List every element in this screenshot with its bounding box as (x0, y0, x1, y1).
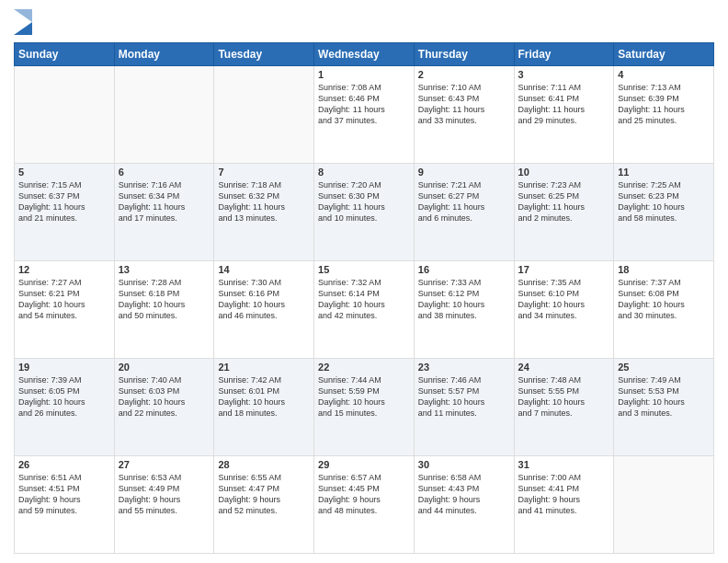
svg-marker-0 (14, 22, 32, 35)
day-number: 26 (18, 459, 110, 470)
day-number: 6 (119, 167, 210, 178)
day-cell: 7Sunrise: 7:18 AM Sunset: 6:32 PM Daylig… (214, 164, 314, 261)
day-number: 15 (318, 264, 410, 275)
day-number: 16 (418, 264, 510, 275)
day-info: Sunrise: 7:39 AM Sunset: 6:05 PM Dayligh… (18, 374, 110, 419)
day-cell: 24Sunrise: 7:48 AM Sunset: 5:55 PM Dayli… (514, 359, 614, 456)
day-number: 20 (119, 362, 210, 373)
day-number: 29 (318, 459, 410, 470)
day-cell: 11Sunrise: 7:25 AM Sunset: 6:23 PM Dayli… (614, 164, 714, 261)
calendar-table: SundayMondayTuesdayWednesdayThursdayFrid… (14, 42, 714, 554)
day-cell: 16Sunrise: 7:33 AM Sunset: 6:12 PM Dayli… (414, 261, 514, 359)
day-info: Sunrise: 7:46 AM Sunset: 5:57 PM Dayligh… (418, 374, 510, 419)
day-info: Sunrise: 7:44 AM Sunset: 5:59 PM Dayligh… (318, 374, 410, 419)
day-number: 23 (418, 362, 510, 373)
day-cell: 25Sunrise: 7:49 AM Sunset: 5:53 PM Dayli… (614, 359, 714, 456)
day-info: Sunrise: 7:42 AM Sunset: 6:01 PM Dayligh… (218, 374, 310, 419)
day-number: 19 (18, 362, 110, 373)
day-cell: 8Sunrise: 7:20 AM Sunset: 6:30 PM Daylig… (314, 164, 415, 261)
day-cell: 19Sunrise: 7:39 AM Sunset: 6:05 PM Dayli… (15, 359, 115, 456)
day-number: 13 (119, 264, 210, 275)
day-info: Sunrise: 7:00 AM Sunset: 4:41 PM Dayligh… (518, 472, 610, 517)
day-cell: 12Sunrise: 7:27 AM Sunset: 6:21 PM Dayli… (15, 261, 115, 359)
day-number: 22 (318, 362, 410, 373)
day-cell (614, 456, 714, 554)
day-cell: 23Sunrise: 7:46 AM Sunset: 5:57 PM Dayli… (414, 359, 514, 456)
day-info: Sunrise: 7:18 AM Sunset: 6:32 PM Dayligh… (218, 179, 310, 224)
day-cell: 6Sunrise: 7:16 AM Sunset: 6:34 PM Daylig… (114, 164, 214, 261)
day-number: 25 (618, 362, 710, 373)
day-number: 18 (618, 264, 710, 275)
day-info: Sunrise: 7:20 AM Sunset: 6:30 PM Dayligh… (318, 179, 410, 224)
week-row-1: 1Sunrise: 7:08 AM Sunset: 6:46 PM Daylig… (15, 66, 714, 164)
weekday-header-monday: Monday (114, 43, 214, 66)
day-cell: 1Sunrise: 7:08 AM Sunset: 6:46 PM Daylig… (314, 66, 415, 164)
header (14, 9, 714, 35)
day-cell: 10Sunrise: 7:23 AM Sunset: 6:25 PM Dayli… (514, 164, 614, 261)
day-info: Sunrise: 7:48 AM Sunset: 5:55 PM Dayligh… (518, 374, 610, 419)
weekday-header-saturday: Saturday (614, 43, 714, 66)
day-cell: 29Sunrise: 6:57 AM Sunset: 4:45 PM Dayli… (314, 456, 415, 554)
day-info: Sunrise: 7:40 AM Sunset: 6:03 PM Dayligh… (119, 374, 210, 419)
day-number: 3 (518, 69, 610, 80)
weekday-header-row: SundayMondayTuesdayWednesdayThursdayFrid… (15, 43, 714, 66)
day-number: 21 (218, 362, 310, 373)
logo (14, 9, 36, 35)
day-number: 24 (518, 362, 610, 373)
day-number: 14 (218, 264, 310, 275)
day-cell: 22Sunrise: 7:44 AM Sunset: 5:59 PM Dayli… (314, 359, 415, 456)
day-number: 9 (418, 167, 510, 178)
day-number: 2 (418, 69, 510, 80)
weekday-header-friday: Friday (514, 43, 614, 66)
logo-icon (14, 9, 32, 35)
day-info: Sunrise: 6:57 AM Sunset: 4:45 PM Dayligh… (318, 472, 410, 517)
day-cell: 26Sunrise: 6:51 AM Sunset: 4:51 PM Dayli… (15, 456, 115, 554)
day-number: 10 (518, 167, 610, 178)
week-row-4: 19Sunrise: 7:39 AM Sunset: 6:05 PM Dayli… (15, 359, 714, 456)
day-cell: 17Sunrise: 7:35 AM Sunset: 6:10 PM Dayli… (514, 261, 614, 359)
week-row-2: 5Sunrise: 7:15 AM Sunset: 6:37 PM Daylig… (15, 164, 714, 261)
day-cell: 15Sunrise: 7:32 AM Sunset: 6:14 PM Dayli… (314, 261, 415, 359)
day-cell (114, 66, 214, 164)
day-info: Sunrise: 7:27 AM Sunset: 6:21 PM Dayligh… (18, 277, 110, 322)
weekday-header-thursday: Thursday (414, 43, 514, 66)
weekday-header-wednesday: Wednesday (314, 43, 415, 66)
week-row-5: 26Sunrise: 6:51 AM Sunset: 4:51 PM Dayli… (15, 456, 714, 554)
page: SundayMondayTuesdayWednesdayThursdayFrid… (0, 0, 728, 563)
day-info: Sunrise: 7:32 AM Sunset: 6:14 PM Dayligh… (318, 277, 410, 322)
day-info: Sunrise: 6:53 AM Sunset: 4:49 PM Dayligh… (119, 472, 210, 517)
day-info: Sunrise: 7:16 AM Sunset: 6:34 PM Dayligh… (119, 179, 210, 224)
day-number: 27 (119, 459, 210, 470)
day-info: Sunrise: 7:10 AM Sunset: 6:43 PM Dayligh… (418, 82, 510, 127)
day-number: 5 (18, 167, 110, 178)
day-info: Sunrise: 7:13 AM Sunset: 6:39 PM Dayligh… (618, 82, 710, 127)
day-number: 31 (518, 459, 610, 470)
day-number: 11 (618, 167, 710, 178)
weekday-header-sunday: Sunday (15, 43, 115, 66)
day-cell: 30Sunrise: 6:58 AM Sunset: 4:43 PM Dayli… (414, 456, 514, 554)
day-cell (15, 66, 115, 164)
day-info: Sunrise: 7:37 AM Sunset: 6:08 PM Dayligh… (618, 277, 710, 322)
day-number: 12 (18, 264, 110, 275)
day-cell: 21Sunrise: 7:42 AM Sunset: 6:01 PM Dayli… (214, 359, 314, 456)
day-info: Sunrise: 7:28 AM Sunset: 6:18 PM Dayligh… (119, 277, 210, 322)
day-info: Sunrise: 6:58 AM Sunset: 4:43 PM Dayligh… (418, 472, 510, 517)
day-info: Sunrise: 7:21 AM Sunset: 6:27 PM Dayligh… (418, 179, 510, 224)
day-number: 28 (218, 459, 310, 470)
day-cell (214, 66, 314, 164)
day-cell: 14Sunrise: 7:30 AM Sunset: 6:16 PM Dayli… (214, 261, 314, 359)
day-info: Sunrise: 6:55 AM Sunset: 4:47 PM Dayligh… (218, 472, 310, 517)
day-cell: 2Sunrise: 7:10 AM Sunset: 6:43 PM Daylig… (414, 66, 514, 164)
day-cell: 27Sunrise: 6:53 AM Sunset: 4:49 PM Dayli… (114, 456, 214, 554)
day-cell: 18Sunrise: 7:37 AM Sunset: 6:08 PM Dayli… (614, 261, 714, 359)
day-info: Sunrise: 7:25 AM Sunset: 6:23 PM Dayligh… (618, 179, 710, 224)
day-cell: 4Sunrise: 7:13 AM Sunset: 6:39 PM Daylig… (614, 66, 714, 164)
day-cell: 31Sunrise: 7:00 AM Sunset: 4:41 PM Dayli… (514, 456, 614, 554)
week-row-3: 12Sunrise: 7:27 AM Sunset: 6:21 PM Dayli… (15, 261, 714, 359)
day-info: Sunrise: 7:11 AM Sunset: 6:41 PM Dayligh… (518, 82, 610, 127)
weekday-header-tuesday: Tuesday (214, 43, 314, 66)
day-cell: 5Sunrise: 7:15 AM Sunset: 6:37 PM Daylig… (15, 164, 115, 261)
day-cell: 13Sunrise: 7:28 AM Sunset: 6:18 PM Dayli… (114, 261, 214, 359)
day-info: Sunrise: 7:08 AM Sunset: 6:46 PM Dayligh… (318, 82, 410, 127)
day-info: Sunrise: 7:33 AM Sunset: 6:12 PM Dayligh… (418, 277, 510, 322)
